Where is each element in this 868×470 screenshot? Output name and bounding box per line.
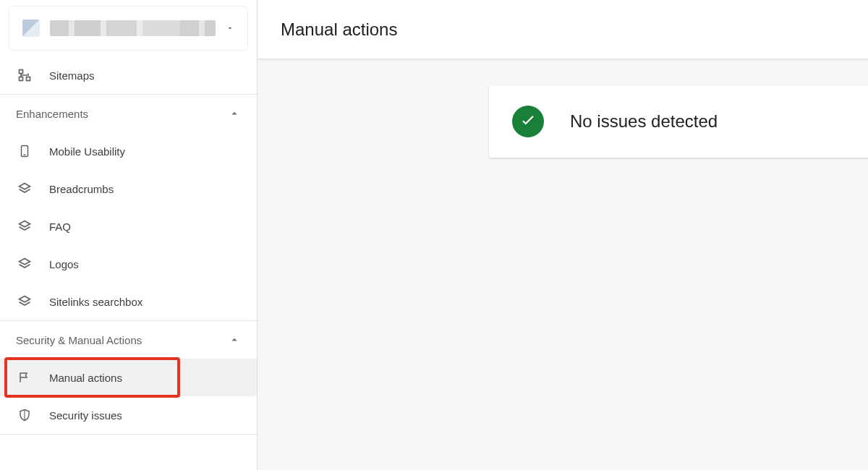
section-header-label: Security & Manual Actions <box>16 334 228 346</box>
sidebar-item-label: Sitelinks searchbox <box>49 296 142 308</box>
smartphone-icon <box>16 142 33 160</box>
section-header-label: Enhancements <box>16 108 228 120</box>
sidebar-item-sitelinks-searchbox[interactable]: Sitelinks searchbox <box>0 283 257 320</box>
svg-rect-1 <box>27 77 30 81</box>
sidebar: Sitemaps Enhancements Mobile Usability B… <box>0 0 258 470</box>
chevron-up-icon <box>228 333 241 346</box>
sidebar-item-label: Manual actions <box>49 372 122 384</box>
sidebar-item-security-issues[interactable]: Security issues <box>0 396 257 434</box>
property-thumb-icon <box>22 20 40 37</box>
svg-rect-0 <box>20 70 23 74</box>
layers-icon <box>16 293 33 310</box>
status-card: No issues detected <box>489 85 868 158</box>
highlight-box: Manual actions <box>0 359 257 396</box>
sidebar-item-breadcrumbs[interactable]: Breadcrumbs <box>0 170 257 208</box>
sidebar-item-faq[interactable]: FAQ <box>0 208 257 245</box>
sidebar-item-label: Mobile Usability <box>49 145 125 158</box>
layers-icon <box>16 218 33 235</box>
main-body: No issues detected <box>258 59 868 470</box>
svg-marker-6 <box>20 221 30 227</box>
sidebar-item-label: Sitemaps <box>49 69 95 82</box>
sidebar-item-logos[interactable]: Logos <box>0 245 257 283</box>
flag-icon <box>16 369 33 386</box>
sidebar-item-mobile-usability[interactable]: Mobile Usability <box>0 132 257 170</box>
svg-marker-7 <box>20 259 30 265</box>
sidebar-item-label: Breadcrumbs <box>49 183 114 195</box>
page-title: Manual actions <box>281 20 397 40</box>
check-circle-icon <box>512 106 544 137</box>
property-selector[interactable] <box>9 6 248 51</box>
status-message: No issues detected <box>570 111 718 132</box>
main-pane: Manual actions No issues detected <box>258 0 868 470</box>
main-header: Manual actions <box>258 0 868 59</box>
property-label <box>50 20 216 36</box>
sidebar-item-label: Security issues <box>49 409 122 422</box>
caret-down-icon <box>226 24 234 33</box>
shield-icon <box>16 406 33 424</box>
svg-marker-8 <box>20 296 30 302</box>
divider <box>0 434 257 435</box>
svg-marker-5 <box>20 184 30 189</box>
chevron-up-icon <box>228 107 241 120</box>
sitemap-icon <box>16 67 33 84</box>
section-header-security[interactable]: Security & Manual Actions <box>0 321 257 359</box>
svg-rect-2 <box>20 77 23 81</box>
sidebar-item-sitemaps[interactable]: Sitemaps <box>0 56 257 94</box>
layers-icon <box>16 180 33 197</box>
layers-icon <box>16 255 33 273</box>
section-header-enhancements[interactable]: Enhancements <box>0 95 257 132</box>
sidebar-item-label: Logos <box>49 258 79 270</box>
sidebar-item-manual-actions[interactable]: Manual actions <box>0 359 257 396</box>
sidebar-item-label: FAQ <box>49 221 71 233</box>
